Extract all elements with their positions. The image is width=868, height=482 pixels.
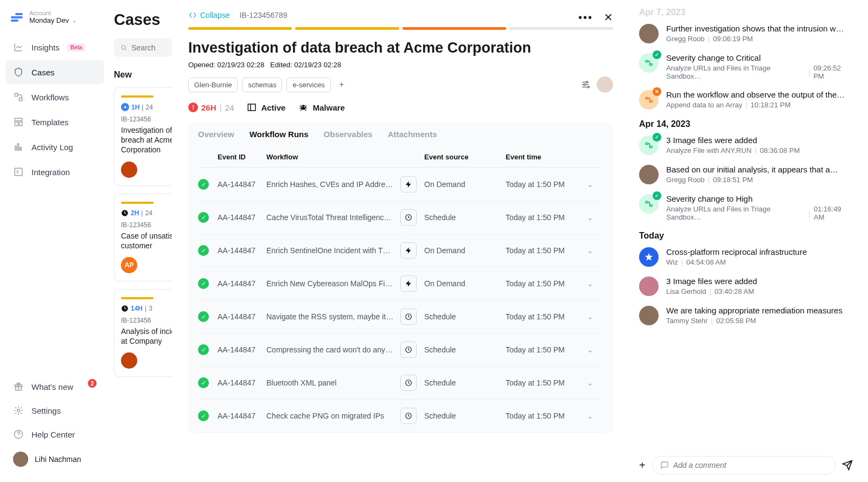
svg-rect-32 xyxy=(646,143,648,145)
bolt-icon xyxy=(400,275,417,292)
svg-point-20 xyxy=(301,105,306,110)
activity-item[interactable]: Cross-platform reciprocal infrastructure… xyxy=(639,247,853,267)
activity-item[interactable]: ✓ Severity change to Critical Analyze UR… xyxy=(639,53,853,80)
search-icon xyxy=(120,43,127,52)
section-new: New xyxy=(114,67,172,87)
activity-item[interactable]: 3 Image files were added Lisa Gerhold|03… xyxy=(639,277,853,296)
svg-rect-7 xyxy=(20,147,21,150)
activity-item[interactable]: Further investigation shows that the int… xyxy=(639,24,853,43)
activity-item[interactable]: ✕ Run the workflow and observe the outpu… xyxy=(639,90,853,110)
comment-input[interactable] xyxy=(652,456,835,474)
sidebar-item-cases[interactable]: Cases xyxy=(5,60,104,84)
activity-item[interactable]: ✓ Severity change to High Analyze URLs a… xyxy=(639,194,853,221)
table-row[interactable]: ✓ AA-144847 Navigate the RSS system, may… xyxy=(198,300,603,333)
avatar xyxy=(639,165,659,184)
severity-indicator: ! 26H|24 xyxy=(188,102,234,112)
expand-row-icon[interactable]: ⌄ xyxy=(587,345,603,354)
activity-item[interactable]: ✓ 3 Image files were added Analyze File … xyxy=(639,136,853,155)
tab-attachments[interactable]: Attachments xyxy=(388,130,437,146)
col-workflow: Workflow xyxy=(266,153,400,161)
table-row[interactable]: ✓ AA-144847 Check cache PNG on migrated … xyxy=(198,400,603,433)
account-switcher[interactable]: Account Monday Dev⌄ xyxy=(0,10,110,35)
current-user[interactable]: Lihi Nachman xyxy=(5,446,104,472)
svg-rect-4 xyxy=(20,122,22,126)
expand-row-icon[interactable]: ⌄ xyxy=(587,213,603,222)
send-button[interactable] xyxy=(842,460,853,471)
case-card[interactable]: 14H|3 IB-123456 Analysis of incident at … xyxy=(114,289,172,377)
activity-date-header: Apr 7, 2023 xyxy=(639,8,853,17)
tab-overview[interactable]: Overview xyxy=(198,130,234,146)
case-detail-panel: ••• ✕ Collapse IB-123456789 Investigatio… xyxy=(172,0,629,482)
sidebar: Account Monday Dev⌄ Insights Beta Cases … xyxy=(0,0,110,482)
sidebar-item-help[interactable]: Help Center xyxy=(5,422,104,446)
account-name: Monday Dev⌄ xyxy=(29,16,99,24)
search-input[interactable] xyxy=(114,38,172,57)
app-logo xyxy=(11,11,24,24)
svg-rect-19 xyxy=(248,104,256,111)
add-tag-button[interactable]: + xyxy=(335,78,348,91)
sidebar-item-workflows[interactable]: Workflows xyxy=(5,85,104,109)
tag[interactable]: schemas xyxy=(242,78,282,92)
case-card[interactable]: ✦1H|24 IB-123456 Investigation of data b… xyxy=(114,87,172,186)
svg-rect-6 xyxy=(18,144,19,150)
shield-icon xyxy=(13,67,24,78)
avatar xyxy=(639,306,659,325)
expand-row-icon[interactable]: ⌄ xyxy=(587,378,603,387)
gear-icon xyxy=(13,405,24,416)
case-card[interactable]: 2H|24 IB-123456 Case of unsatisfied cust… xyxy=(114,194,172,281)
status-active[interactable]: Active xyxy=(247,102,285,112)
type-malware[interactable]: Malware xyxy=(298,102,344,112)
close-icon[interactable]: ✕ xyxy=(604,11,613,24)
sidebar-item-settings[interactable]: Settings xyxy=(5,399,104,422)
expand-row-icon[interactable]: ⌄ xyxy=(587,312,603,321)
check-icon: ✓ xyxy=(198,278,209,289)
clock-icon xyxy=(400,375,417,391)
bolt-icon xyxy=(400,242,417,259)
sidebar-item-insights[interactable]: Insights Beta xyxy=(5,35,104,59)
svg-rect-30 xyxy=(646,98,648,99)
table-row[interactable]: ✓ AA-144847 Enrich SentinelOne Incident … xyxy=(198,234,603,267)
table-row[interactable]: ✓ AA-144847 Enrich Hashes, CVEs and IP A… xyxy=(198,168,603,201)
tab-workflow-runs[interactable]: Workflow Runs xyxy=(250,130,309,146)
sidebar-item-whatsnew[interactable]: What's new 2 xyxy=(5,375,104,399)
add-attachment-button[interactable]: + xyxy=(639,459,646,472)
case-title: Investigation of data breach at Acme Cor… xyxy=(188,40,613,56)
svg-point-16 xyxy=(586,81,588,83)
check-icon: ✓ xyxy=(198,212,209,223)
table-row[interactable]: ✓ AA-144847 Bluetooth XML panel Schedule… xyxy=(198,367,603,400)
collapse-button[interactable]: Collapse xyxy=(188,11,229,20)
expand-row-icon[interactable]: ⌄ xyxy=(587,180,603,189)
sidebar-item-templates[interactable]: Templates xyxy=(5,110,104,134)
sidebar-item-integration[interactable]: Integration xyxy=(5,160,104,184)
check-icon: ✓ xyxy=(198,245,209,256)
page-title: Cases xyxy=(114,11,172,38)
clock-icon xyxy=(400,209,417,226)
svg-rect-34 xyxy=(646,202,648,203)
col-event-time: Event time xyxy=(506,153,587,161)
tag[interactable]: e-services xyxy=(286,78,330,92)
workflow-icon: ✓ xyxy=(639,53,659,73)
tag[interactable]: Glen-Burnie xyxy=(188,78,238,92)
svg-point-11 xyxy=(17,409,20,412)
sidebar-item-activity[interactable]: Activity Log xyxy=(5,135,104,159)
settings-sliders-icon[interactable] xyxy=(580,80,590,89)
activity-item[interactable]: We are taking appropriate remediation me… xyxy=(639,306,853,325)
expand-row-icon[interactable]: ⌄ xyxy=(587,279,603,288)
alert-icon: ! xyxy=(188,102,198,112)
table-row[interactable]: ✓ AA-144847 Enrich New Cybereason MalOps… xyxy=(198,267,603,300)
expand-row-icon[interactable]: ⌄ xyxy=(587,246,603,255)
table-row[interactable]: ✓ AA-144847 Compressing the card won't d… xyxy=(198,333,603,367)
activity-item[interactable]: Based on our initial analysis, it appear… xyxy=(639,165,853,184)
check-icon: ✓ xyxy=(198,410,209,421)
svg-point-22 xyxy=(304,106,305,107)
tab-observables[interactable]: Observables xyxy=(324,130,373,146)
case-list-panel: Cases New ✦1H|24 IB-123456 Investigation… xyxy=(110,0,172,482)
collapse-icon xyxy=(188,11,197,19)
more-menu-icon[interactable]: ••• xyxy=(578,11,593,24)
col-event-id: Event ID xyxy=(218,153,266,161)
expand-row-icon[interactable]: ⌄ xyxy=(587,412,603,420)
assignee-avatar[interactable] xyxy=(597,76,613,93)
table-row[interactable]: ✓ AA-144847 Cache VirusTotal Threat Inte… xyxy=(198,201,603,234)
avatar xyxy=(639,277,659,296)
account-label: Account xyxy=(29,10,99,16)
